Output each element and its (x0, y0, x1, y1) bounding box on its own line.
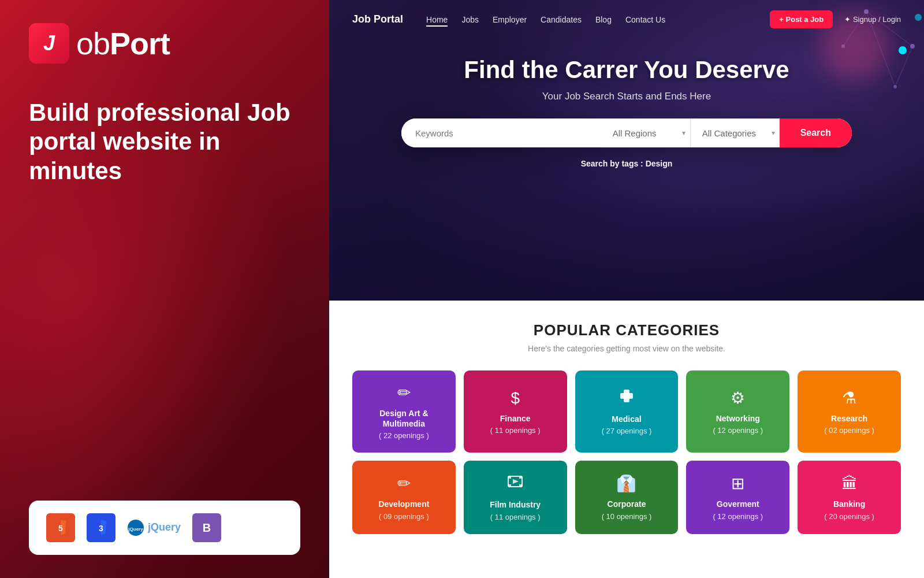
corporate-count: ( 10 openings ) (602, 512, 652, 521)
development-icon: ✏ (397, 474, 411, 493)
networking-count: ( 12 openings ) (713, 426, 763, 435)
nav-brand: Job Portal (352, 13, 403, 25)
keywords-input[interactable] (401, 118, 601, 147)
html5-badge: 5 (46, 513, 75, 542)
nav-jobs[interactable]: Jobs (461, 15, 479, 24)
cat-design-art[interactable]: ✏ Design Art & Multimedia ( 22 openings … (352, 370, 456, 453)
development-count: ( 09 openings ) (379, 512, 429, 521)
medical-icon (619, 388, 635, 408)
research-icon: ⚗ (842, 388, 856, 407)
design-art-count: ( 22 openings ) (379, 431, 429, 440)
networking-name: Networking (716, 413, 760, 424)
svg-rect-25 (519, 484, 522, 487)
section-subtitle: Here's the categories getting most view … (352, 344, 901, 353)
region-select-wrap: All Regions ▾ (601, 118, 691, 147)
nav-home[interactable]: Home (426, 15, 448, 27)
corporate-icon: 👔 (616, 474, 636, 493)
post-job-button[interactable]: + Post a Job (770, 10, 833, 28)
search-button[interactable]: Search (780, 118, 852, 147)
svg-text:jQuery: jQuery (128, 527, 143, 532)
film-count: ( 11 openings ) (490, 513, 541, 521)
svg-rect-23 (519, 476, 522, 479)
bootstrap-badge: B (192, 513, 221, 542)
logo-icon: J (29, 23, 69, 64)
signup-login[interactable]: ✦ Signup / Login (844, 15, 901, 24)
svg-rect-20 (620, 393, 633, 399)
tech-badges: 5 3 jQuery jQuery B (29, 501, 300, 555)
banking-count: ( 20 openings ) (824, 512, 874, 521)
finance-icon: $ (511, 389, 520, 407)
svg-text:3: 3 (99, 524, 103, 533)
cat-film[interactable]: Film Industry ( 11 openings ) (464, 461, 567, 533)
nav-links: Home Jobs Employer Candidates Blog Conta… (426, 14, 770, 25)
category-row-1: ✏ Design Art & Multimedia ( 22 openings … (352, 370, 901, 453)
search-tags: Search by tags : Design (329, 159, 924, 168)
cat-finance[interactable]: $ Finance ( 11 openings ) (464, 370, 567, 453)
cat-medical[interactable]: Medical ( 27 openings ) (575, 370, 679, 453)
finance-name: Finance (500, 413, 531, 424)
hero-section: Job Portal Home Jobs Employer Candidates… (329, 0, 924, 301)
right-panel: Job Portal Home Jobs Employer Candidates… (329, 0, 924, 578)
section-title: POPULAR CATEGORIES (352, 321, 901, 339)
hero-content: Find the Carrer You Deserve Your Job Sea… (329, 39, 924, 147)
research-count: ( 02 openings ) (824, 426, 874, 435)
banking-icon: 🏛 (841, 474, 858, 493)
category-select-wrap: All Categories ▾ (691, 118, 780, 147)
svg-text:5: 5 (58, 524, 63, 533)
region-select[interactable]: All Regions (601, 119, 682, 147)
categories-grid: ✏ Design Art & Multimedia ( 22 openings … (352, 370, 901, 534)
css3-badge: 3 (87, 513, 116, 542)
research-name: Research (831, 413, 867, 424)
search-bar: All Regions ▾ All Categories ▾ Search (401, 118, 852, 147)
logo-area: J obPort (29, 23, 300, 64)
hero-subtitle: Your Job Search Starts and Ends Here (352, 91, 901, 102)
government-count: ( 12 openings ) (713, 512, 763, 521)
design-art-icon: ✏ (397, 383, 411, 402)
cat-research[interactable]: ⚗ Research ( 02 openings ) (798, 370, 901, 453)
cat-networking[interactable]: ⚙ Networking ( 12 openings ) (686, 370, 789, 453)
cat-development[interactable]: ✏ Development ( 09 openings ) (352, 461, 456, 533)
government-icon: ⊞ (731, 474, 744, 493)
tagline: Build professional Job portal website in… (29, 98, 300, 186)
svg-marker-26 (513, 479, 519, 484)
category-select[interactable]: All Categories (691, 119, 772, 147)
svg-rect-24 (508, 484, 511, 487)
corporate-name: Corporate (608, 499, 646, 509)
categories-section: POPULAR CATEGORIES Here's the categories… (329, 301, 924, 578)
tags-value[interactable]: Design (646, 159, 673, 168)
tags-label: Search by tags : (581, 159, 643, 168)
navbar: Job Portal Home Jobs Employer Candidates… (329, 0, 924, 39)
jquery-badge: jQuery jQuery (127, 519, 181, 536)
film-name: Film Industry (490, 499, 541, 510)
nav-blog[interactable]: Blog (595, 15, 612, 24)
development-name: Development (378, 499, 429, 509)
banking-name: Banking (833, 499, 865, 509)
nav-candidates[interactable]: Candidates (541, 15, 582, 24)
category-chevron-icon: ▾ (772, 129, 775, 137)
networking-icon: ⚙ (731, 388, 745, 407)
cat-banking[interactable]: 🏛 Banking ( 20 openings ) (798, 461, 901, 533)
svg-text:B: B (203, 521, 211, 534)
logo-text: obPort (76, 25, 170, 61)
category-row-2: ✏ Development ( 09 openings ) (352, 461, 901, 533)
nav-employer[interactable]: Employer (493, 15, 527, 24)
cat-government[interactable]: ⊞ Goverment ( 12 openings ) (686, 461, 789, 533)
film-icon (507, 473, 523, 494)
government-name: Goverment (717, 499, 759, 509)
design-art-name: Design Art & Multimedia (362, 408, 446, 429)
region-chevron-icon: ▾ (682, 129, 685, 137)
hero-title: Find the Carrer You Deserve (352, 56, 901, 84)
nav-contact[interactable]: Contact Us (625, 15, 665, 24)
cat-corporate[interactable]: 👔 Corporate ( 10 openings ) (575, 461, 679, 533)
finance-count: ( 11 openings ) (490, 426, 541, 435)
svg-rect-22 (508, 476, 511, 479)
medical-name: Medical (612, 414, 641, 424)
left-panel: J obPort Build professional Job portal w… (0, 0, 329, 578)
medical-count: ( 27 openings ) (602, 427, 652, 435)
